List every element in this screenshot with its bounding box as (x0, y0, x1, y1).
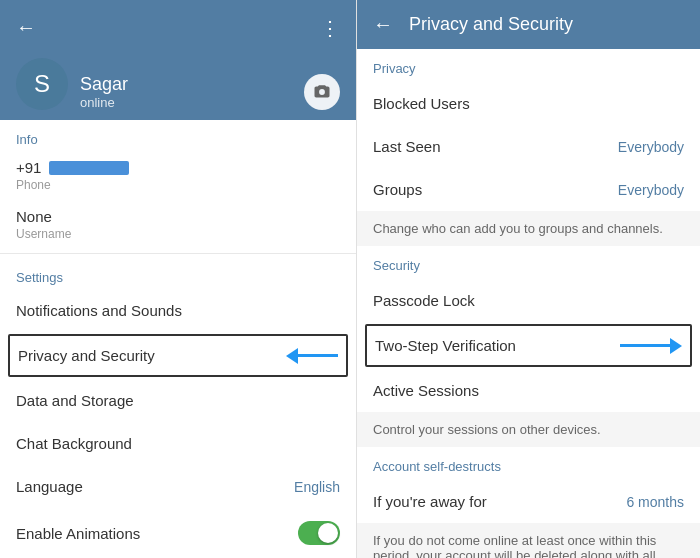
back-button-left[interactable]: ← (16, 16, 36, 39)
settings-privacy[interactable]: Privacy and Security (8, 334, 348, 377)
camera-button[interactable] (304, 74, 340, 110)
right-arrow-annotation (620, 338, 682, 354)
right-panel: ← Privacy and Security Privacy Blocked U… (356, 0, 700, 558)
settings-section-label: Settings (0, 258, 356, 289)
divider-1 (0, 253, 356, 254)
settings-notifications[interactable]: Notifications and Sounds (0, 289, 356, 332)
right-header-title: Privacy and Security (409, 14, 573, 35)
groups-item[interactable]: Groups Everybody (357, 168, 700, 211)
phone-item: +91 Phone (0, 151, 356, 200)
username-item: None Username (0, 200, 356, 249)
settings-animations[interactable]: Enable Animations (0, 508, 356, 558)
arrow-head-left (286, 348, 298, 364)
passcode-lock-item[interactable]: Passcode Lock (357, 279, 700, 322)
user-status: online (80, 95, 128, 110)
groups-description: Change who can add you to groups and cha… (357, 211, 700, 246)
left-content: Info +91 Phone None Username Settings No… (0, 120, 356, 558)
privacy-section-label: Privacy (357, 49, 700, 82)
settings-data[interactable]: Data and Storage (0, 379, 356, 422)
last-seen-value: Everybody (618, 139, 684, 155)
left-arrow-annotation (286, 348, 338, 364)
settings-chat-bg[interactable]: Chat Background (0, 422, 356, 465)
account-description: If you do not come online at least once … (357, 523, 700, 558)
groups-value: Everybody (618, 182, 684, 198)
last-seen-item[interactable]: Last Seen Everybody (357, 125, 700, 168)
security-section-label: Security (357, 246, 700, 279)
settings-language[interactable]: Language English (0, 465, 356, 508)
left-panel: ← ⋮ S Sagar online Info +91 Phone (0, 0, 356, 558)
right-arrow-line (620, 344, 670, 347)
back-button-right[interactable]: ← (373, 13, 393, 36)
more-button[interactable]: ⋮ (320, 16, 340, 40)
username-value: None (16, 208, 340, 225)
phone-value: +91 (16, 159, 340, 176)
arrow-line-left (298, 354, 338, 357)
account-section-label: Account self-destructs (357, 447, 700, 480)
away-for-item[interactable]: If you're away for 6 months (357, 480, 700, 523)
right-header: ← Privacy and Security (357, 0, 700, 49)
left-header: ← ⋮ S Sagar online (0, 0, 356, 120)
animations-toggle[interactable] (298, 521, 340, 545)
info-section-label: Info (0, 120, 356, 151)
sessions-description: Control your sessions on other devices. (357, 412, 700, 447)
away-for-value: 6 months (626, 494, 684, 510)
user-name: Sagar (80, 74, 128, 95)
left-panel-wrapper: ← ⋮ S Sagar online Info +91 Phone (0, 0, 356, 558)
right-content: Privacy Blocked Users Last Seen Everybod… (357, 49, 700, 558)
active-sessions-item[interactable]: Active Sessions (357, 369, 700, 412)
language-value: English (294, 479, 340, 495)
phone-blur (49, 161, 129, 175)
camera-icon (312, 82, 332, 102)
user-info: Sagar online (80, 74, 128, 110)
username-label: Username (16, 227, 340, 241)
phone-label: Phone (16, 178, 340, 192)
two-step-verification-item[interactable]: Two-Step Verification (365, 324, 692, 367)
blocked-users-item[interactable]: Blocked Users (357, 82, 700, 125)
right-arrow-head (670, 338, 682, 354)
avatar: S (16, 58, 68, 110)
